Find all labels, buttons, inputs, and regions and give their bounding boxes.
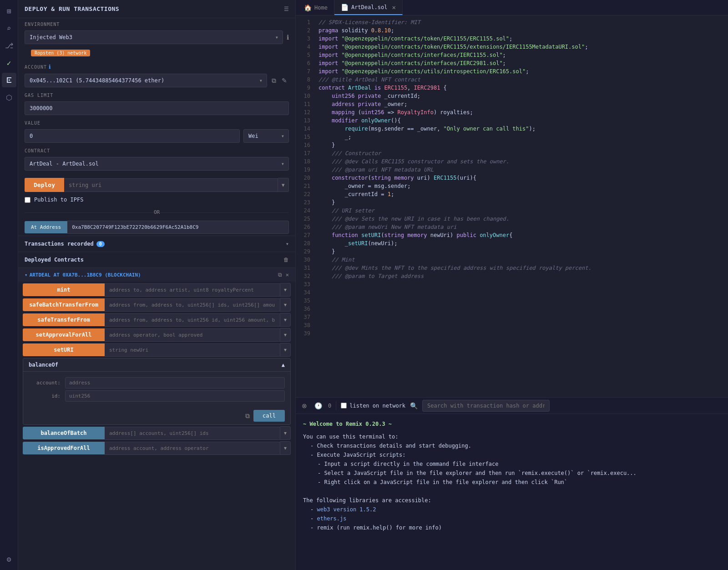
method-safeTransferFrom-args[interactable]: [105, 313, 280, 327]
copy-account-button[interactable]: ⧉: [270, 75, 278, 86]
balance-of-call-button[interactable]: call: [253, 410, 285, 422]
deploy-title: DEPLOY & RUN TRANSACTIONS: [25, 5, 119, 12]
terminal-search-input[interactable]: [422, 400, 550, 412]
value-unit-select[interactable]: Wei Gwei Finney Ether: [243, 129, 289, 143]
balance-of-expanded: balanceOf ▲ account: id: ⧉ call: [23, 358, 291, 425]
account-actions: ⧉ ✎: [270, 75, 289, 86]
at-address-input[interactable]: [67, 221, 289, 234]
toolbar-divider: [336, 401, 336, 410]
deploy-icon[interactable]: [2, 73, 16, 87]
deploy-button[interactable]: Deploy: [25, 178, 64, 192]
deploy-args-input[interactable]: [64, 178, 278, 192]
method-isApprovedForAll-args[interactable]: [105, 442, 280, 455]
value-label: VALUE: [18, 117, 295, 127]
git-icon[interactable]: ⎇: [2, 38, 16, 53]
deploy-header: DEPLOY & RUN TRANSACTIONS ☰: [18, 0, 295, 18]
deployed-contracts-icons: 🗑: [283, 257, 289, 263]
contract-select[interactable]: ArtDeal - ArtDeal.sol: [25, 157, 289, 171]
balance-of-account-row: account:: [29, 377, 285, 388]
contract-instance-actions: ⧉ ✕: [278, 272, 289, 278]
balance-of-footer: ⧉ call: [23, 407, 290, 424]
balance-of-name: balanceOf: [29, 362, 58, 368]
plugin-icon[interactable]: ⬡: [2, 90, 16, 105]
transactions-title: Transactions recorded 0: [25, 241, 105, 247]
method-mint-args[interactable]: [105, 283, 280, 297]
method-setURI-toggle[interactable]: ▾: [280, 343, 291, 357]
method-setApprovalForAll-toggle[interactable]: ▾: [280, 328, 291, 342]
balance-of-body: account: id:: [23, 372, 290, 407]
blue-methods-list: balanceOfBatch ▾ isApprovedForAll ▾: [18, 426, 295, 455]
method-safeTransferFrom-toggle[interactable]: ▾: [280, 313, 291, 327]
contract-close-icon[interactable]: ✕: [286, 272, 289, 278]
env-info-icon[interactable]: ℹ: [287, 34, 289, 41]
contract-instance-header: ▾ ARTDEAL AT 0XA7B...1B8C9 (BLOCKCHAIN) …: [18, 268, 295, 282]
method-safeBatchTransferFrom-args[interactable]: [105, 298, 280, 312]
method-setApprovalForAll-args[interactable]: [105, 328, 280, 342]
publish-ipfs-label[interactable]: Publish to IPFS: [34, 197, 83, 203]
code-content[interactable]: // SPDX-License-Identifier: MITpragma so…: [314, 15, 728, 397]
contract-copy-icon[interactable]: ⧉: [278, 272, 282, 278]
method-isApprovedForAll-toggle[interactable]: ▾: [280, 441, 291, 455]
balance-of-account-input[interactable]: [65, 377, 285, 388]
method-mint-toggle[interactable]: ▾: [280, 283, 291, 297]
gas-label: GAS LIMIT: [18, 89, 295, 100]
method-mint-button[interactable]: mint: [23, 283, 105, 296]
account-select[interactable]: 0x045...102C1 (5.74434885464377456 ether…: [25, 74, 267, 87]
terminal-clock-button[interactable]: 🕐: [313, 401, 324, 411]
artdeal-tab-close[interactable]: ✕: [392, 4, 395, 11]
account-info-icon[interactable]: ℹ: [49, 64, 51, 70]
terminal-search-icon[interactable]: 🔍: [410, 402, 418, 409]
contract-label: CONTRACT: [18, 145, 295, 155]
at-address-button[interactable]: At Address: [25, 221, 67, 233]
transactions-accordion-header[interactable]: Transactions recorded 0 ▾: [18, 236, 295, 252]
verify-icon[interactable]: ✓: [2, 55, 16, 70]
method-safeBatchTransferFrom-toggle[interactable]: ▾: [280, 298, 291, 312]
env-select[interactable]: Injected Web3: [25, 30, 283, 44]
listen-checkbox-label[interactable]: listen on network: [341, 403, 405, 409]
deploy-menu-icon[interactable]: ☰: [284, 6, 289, 12]
env-label: ENVIRONMENT: [18, 18, 295, 29]
method-safeBatchTransferFrom-button[interactable]: safeBatchTransferFrom: [23, 298, 105, 311]
publish-ipfs-checkbox[interactable]: [25, 197, 30, 203]
method-setApprovalForAll-button[interactable]: setApprovalForAll: [23, 328, 105, 341]
value-input[interactable]: [25, 129, 240, 143]
method-row: setURI ▾: [23, 343, 291, 357]
terminal-content: ~ Welcome to Remix 0.20.3 ~You can use t…: [296, 414, 728, 570]
method-isApprovedForAll-button[interactable]: isApprovedForAll: [23, 442, 105, 454]
account-label: ACCOUNT ℹ: [18, 60, 295, 72]
deployed-contracts-trash-icon[interactable]: 🗑: [283, 257, 289, 263]
terminal-clear-button[interactable]: ⊗: [300, 401, 308, 411]
contract-chevron-icon: ▾: [25, 272, 28, 278]
balance-of-id-row: id:: [29, 390, 285, 402]
editor-area: 1234567891011121314151617181920212223242…: [296, 15, 728, 397]
transactions-chevron-icon: ▾: [286, 241, 289, 247]
balance-of-id-input[interactable]: [65, 390, 285, 402]
deploy-args-toggle[interactable]: ▾: [278, 178, 289, 192]
terminal-toolbar: ⊗ 🕐 0 listen on network 🔍: [296, 398, 728, 414]
method-setURI-button[interactable]: setURI: [23, 343, 105, 356]
search-sidebar-icon[interactable]: ⌕: [2, 21, 16, 35]
method-row: setApprovalForAll ▾: [23, 328, 291, 342]
method-balanceOfBatch-toggle[interactable]: ▾: [280, 426, 291, 440]
balance-of-header[interactable]: balanceOf ▲: [23, 358, 290, 372]
tabs-bar: 🏠 Home 📄 ArtDeal.sol ✕: [296, 0, 728, 15]
method-setURI-args[interactable]: [105, 343, 280, 357]
deployed-contracts-header[interactable]: Deployed Contracts 🗑: [18, 252, 295, 267]
method-balanceOfBatch-args[interactable]: [105, 427, 280, 440]
methods-list: mint ▾ safeBatchTransferFrom ▾ safeTrans…: [18, 283, 295, 357]
account-select-wrapper: 0x045...102C1 (5.74434885464377456 ether…: [25, 74, 267, 87]
or-divider: OR: [18, 209, 295, 215]
balance-of-account-label: account:: [29, 380, 65, 386]
method-balanceOfBatch-button[interactable]: balanceOfBatch: [23, 427, 105, 439]
gas-input[interactable]: [25, 101, 289, 115]
deployed-contracts-section: Deployed Contracts 🗑 ▾ ARTDEAL AT 0XA7B.…: [18, 252, 295, 456]
files-icon[interactable]: ⊞: [2, 4, 16, 18]
balance-of-copy-icon[interactable]: ⧉: [245, 412, 250, 420]
tab-artdeal[interactable]: 📄 ArtDeal.sol ✕: [334, 0, 403, 15]
method-safeTransferFrom-button[interactable]: safeTransferFrom: [23, 313, 105, 326]
settings-icon[interactable]: ⚙: [2, 552, 16, 566]
contract-instance-name: ▾ ARTDEAL AT 0XA7B...1B8C9 (BLOCKCHAIN): [25, 272, 141, 278]
edit-account-button[interactable]: ✎: [280, 75, 289, 86]
tab-home[interactable]: 🏠 Home: [298, 0, 334, 15]
listen-checkbox[interactable]: [341, 403, 347, 409]
